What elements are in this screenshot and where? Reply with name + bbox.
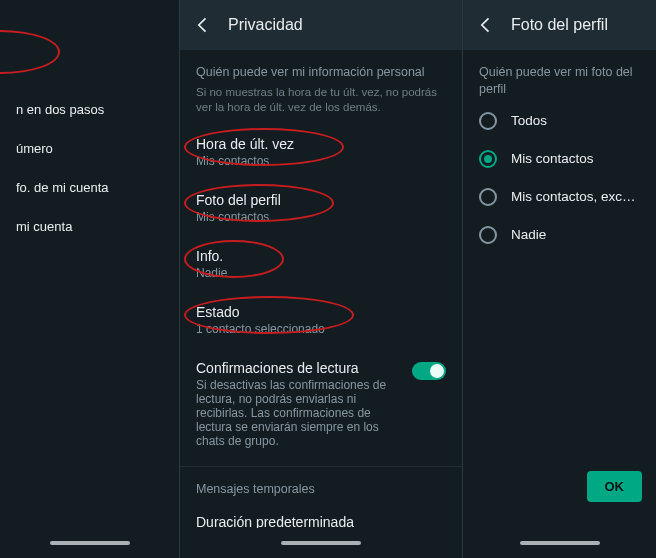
item-label: úmero	[16, 141, 163, 156]
radio-option-excepto[interactable]: Mis contactos, excepto…	[463, 178, 656, 216]
panel-header: Privacidad	[180, 0, 462, 50]
privacy-item-info[interactable]: Info. Nadie	[180, 236, 462, 292]
privacy-item-read-receipts[interactable]: Confirmaciones de lectura Si desactivas …	[180, 348, 462, 460]
profile-photo-panel: Foto del perfil Quién puede ver mi foto …	[463, 0, 656, 558]
privacy-item-status[interactable]: Estado 1 contacto seleccionado	[180, 292, 462, 348]
section-label: Quién puede ver mi información personal	[180, 50, 462, 85]
privacy-item-last-seen[interactable]: Hora de últ. vez Mis contactos	[180, 124, 462, 180]
nav-handle[interactable]	[281, 541, 361, 545]
radio-option-mis-contactos[interactable]: Mis contactos	[463, 140, 656, 178]
back-icon[interactable]	[475, 14, 497, 36]
radio-option-todos[interactable]: Todos	[463, 102, 656, 140]
item-title: Confirmaciones de lectura	[196, 360, 404, 376]
page-title: Privacidad	[228, 16, 303, 34]
item-sub: Nadie	[196, 266, 446, 280]
item-sub: Si desactivas las confirmaciones de lect…	[196, 378, 404, 448]
radio-label: Mis contactos	[511, 151, 594, 166]
nav-handle[interactable]	[520, 541, 600, 545]
read-receipts-toggle[interactable]	[412, 362, 446, 380]
settings-account-panel: n en dos pasos úmero fo. de mi cuenta mi…	[0, 0, 180, 558]
item-sub: Mis contactos	[196, 154, 446, 168]
divider	[180, 466, 462, 467]
android-navbar	[180, 528, 462, 558]
account-item-number[interactable]: úmero	[0, 129, 179, 168]
item-label: mi cuenta	[16, 219, 163, 234]
radio-icon	[479, 188, 497, 206]
radio-icon	[479, 150, 497, 168]
privacy-item-profile-photo[interactable]: Foto del perfil Mis contactos	[180, 180, 462, 236]
account-item-info[interactable]: fo. de mi cuenta	[0, 168, 179, 207]
back-icon[interactable]	[192, 14, 214, 36]
item-title: Estado	[196, 304, 446, 320]
item-title: Info.	[196, 248, 446, 264]
section-sub: Si no muestras la hora de tu últ. vez, n…	[180, 85, 462, 124]
item-label: n en dos pasos	[16, 102, 163, 117]
ok-button[interactable]: OK	[587, 471, 643, 502]
account-item-two-step[interactable]: n en dos pasos	[0, 90, 179, 129]
account-item-delete[interactable]: mi cuenta	[0, 207, 179, 246]
nav-handle[interactable]	[50, 541, 130, 545]
radio-label: Mis contactos, excepto…	[511, 189, 640, 204]
item-title: Foto del perfil	[196, 192, 446, 208]
radio-option-nadie[interactable]: Nadie	[463, 216, 656, 254]
item-title: Hora de últ. vez	[196, 136, 446, 152]
radio-icon	[479, 226, 497, 244]
section-label-temp: Mensajes temporales	[180, 473, 462, 502]
section-label: Quién puede ver mi foto del perfil	[463, 50, 656, 102]
radio-icon	[479, 112, 497, 130]
item-label: fo. de mi cuenta	[16, 180, 163, 195]
privacy-panel: Privacidad Quién puede ver mi informació…	[180, 0, 463, 558]
page-title: Foto del perfil	[511, 16, 608, 34]
radio-label: Todos	[511, 113, 547, 128]
panel-header: Foto del perfil	[463, 0, 656, 50]
item-sub: 1 contacto seleccionado	[196, 322, 446, 336]
android-navbar	[0, 528, 179, 558]
android-navbar	[463, 528, 656, 558]
radio-label: Nadie	[511, 227, 546, 242]
item-sub: Mis contactos	[196, 210, 446, 224]
